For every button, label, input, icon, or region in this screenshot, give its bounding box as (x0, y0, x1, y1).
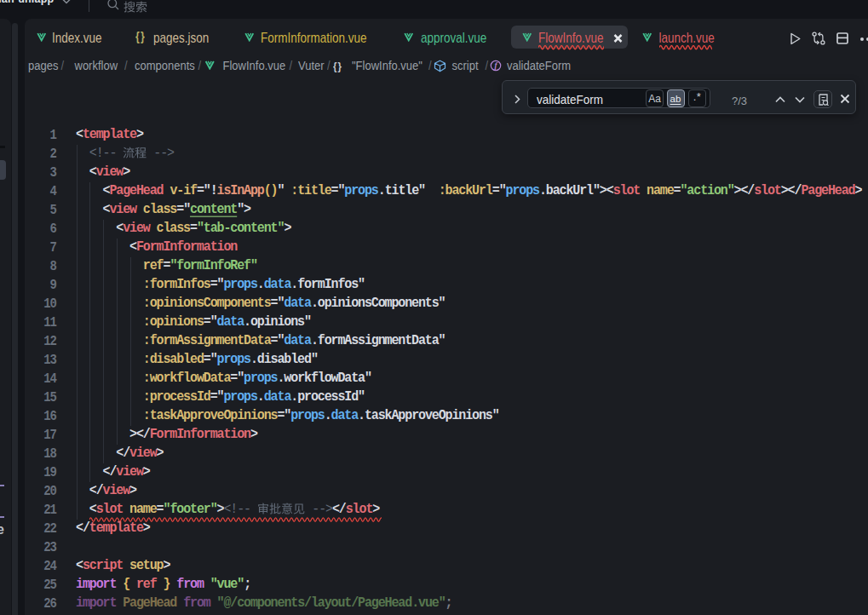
svg-text:f: f (495, 61, 498, 70)
